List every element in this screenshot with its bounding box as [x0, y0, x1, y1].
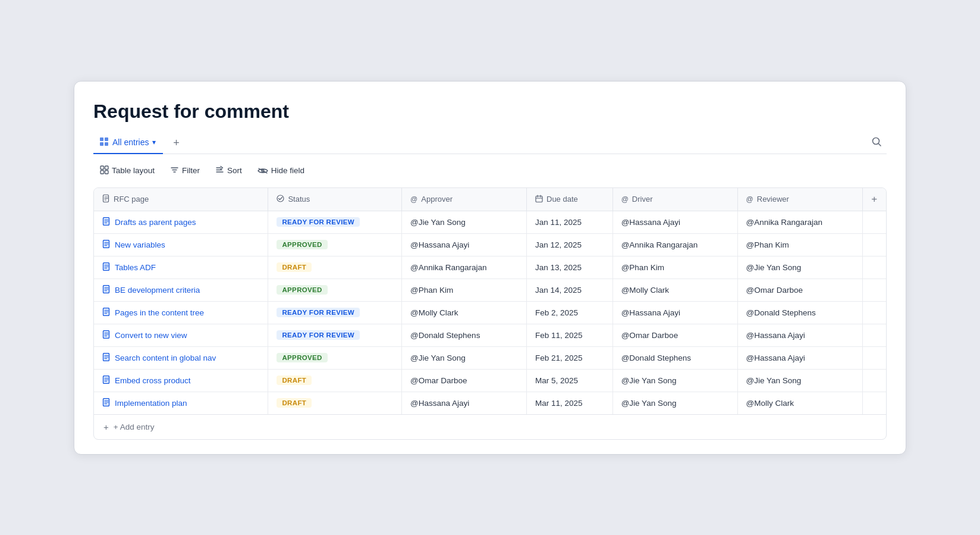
- rfc-page-link[interactable]: Embed cross product: [102, 376, 259, 386]
- cell-rfc-page: Implementation plan: [94, 392, 268, 414]
- filter-label: Filter: [182, 166, 200, 175]
- cell-driver: @Annika Rangarajan: [612, 233, 737, 256]
- search-button[interactable]: [866, 133, 887, 153]
- table-layout-label: Table layout: [112, 166, 155, 175]
- rfc-page-link[interactable]: New variables: [102, 240, 259, 250]
- cell-status: DRAFT: [268, 256, 402, 279]
- reviewer-mention: @Donald Stephens: [746, 308, 816, 317]
- calendar-icon: [535, 195, 543, 204]
- rfc-page-name: Drafts as parent pages: [115, 218, 196, 227]
- rfc-page-link[interactable]: Implementation plan: [102, 398, 259, 408]
- table-row: BE development criteria APPROVED@Phan Ki…: [94, 279, 886, 301]
- status-badge: APPROVED: [277, 285, 327, 295]
- due-date-value: Mar 5, 2025: [535, 376, 578, 385]
- cell-reviewer: @Donald Stephens: [737, 301, 862, 324]
- filter-button[interactable]: Filter: [164, 162, 206, 179]
- cell-due-date: Mar 5, 2025: [527, 369, 613, 392]
- cell-approver: @Phan Kim: [402, 279, 527, 301]
- svg-rect-0: [100, 137, 103, 141]
- rfc-doc-icon: [102, 330, 111, 340]
- cell-status: READY FOR REVIEW: [268, 301, 402, 324]
- rfc-page-name: Convert to new view: [115, 331, 187, 340]
- page-title: Request for comment: [93, 101, 887, 123]
- approver-mention: @Phan Kim: [410, 286, 453, 295]
- reviewer-mention: @Omar Darboe: [746, 286, 803, 295]
- rfc-page-name: Implementation plan: [115, 399, 187, 408]
- table-header-row: RFC page Status: [94, 188, 886, 211]
- cell-approver: @Jie Yan Song: [402, 211, 527, 233]
- svg-point-4: [873, 138, 880, 145]
- chevron-down-icon: ▾: [152, 138, 156, 146]
- table-row: New variables APPROVED@Hassana AjayiJan …: [94, 233, 886, 256]
- svg-line-5: [879, 144, 881, 146]
- cell-driver: @Omar Darboe: [612, 324, 737, 346]
- rfc-page-link[interactable]: Drafts as parent pages: [102, 217, 259, 227]
- sort-icon: [215, 165, 224, 176]
- cell-rfc-page: Drafts as parent pages: [94, 211, 268, 233]
- rfc-doc-icon: [102, 285, 111, 295]
- rfc-page-link[interactable]: BE development criteria: [102, 285, 259, 295]
- cell-extra: [862, 392, 886, 414]
- status-icon: [277, 195, 284, 204]
- data-table: RFC page Status: [93, 187, 887, 440]
- rfc-doc-icon: [102, 240, 111, 250]
- rfc-page-link[interactable]: Search content in global nav: [102, 353, 259, 363]
- cell-driver: @Hassana Ajayi: [612, 301, 737, 324]
- table-layout-button[interactable]: Table layout: [93, 162, 161, 179]
- add-entry-plus-icon: +: [103, 422, 109, 432]
- cell-reviewer: @Hassana Ajayi: [737, 324, 862, 346]
- rfc-page-name: Tables ADF: [115, 263, 156, 272]
- cell-status: DRAFT: [268, 392, 402, 414]
- cell-due-date: Jan 11, 2025: [527, 211, 613, 233]
- cell-driver: @Jie Yan Song: [612, 369, 737, 392]
- main-card: Request for comment All entries ▾ +: [74, 81, 906, 455]
- reviewer-mention: @Jie Yan Song: [746, 263, 802, 272]
- cell-extra: [862, 211, 886, 233]
- cell-approver: @Donald Stephens: [402, 324, 527, 346]
- rfc-page-link[interactable]: Tables ADF: [102, 262, 259, 273]
- svg-rect-9: [105, 170, 109, 174]
- sort-label: Sort: [227, 166, 242, 175]
- table-row: Drafts as parent pages READY FOR REVIEW@…: [94, 211, 886, 233]
- table-row: Convert to new view READY FOR REVIEW@Don…: [94, 324, 886, 346]
- cell-status: APPROVED: [268, 346, 402, 369]
- rfc-page-link[interactable]: Convert to new view: [102, 330, 259, 340]
- rfc-doc-icon: [102, 376, 111, 386]
- approver-mention: @Jie Yan Song: [410, 353, 466, 362]
- due-date-value: Jan 12, 2025: [535, 240, 582, 249]
- cell-extra: [862, 233, 886, 256]
- add-column-button[interactable]: +: [862, 188, 886, 211]
- tabs-row: All entries ▾ +: [93, 133, 887, 154]
- cell-approver: @Jie Yan Song: [402, 346, 527, 369]
- reviewer-mention: @Annika Rangarajan: [746, 218, 823, 227]
- svg-point-22: [277, 195, 284, 202]
- approver-mention: @Hassana Ajayi: [410, 399, 469, 408]
- rfc-page-link[interactable]: Pages in the content tree: [102, 308, 259, 318]
- reviewer-mention: @Hassana Ajayi: [746, 331, 805, 340]
- due-date-value: Jan 14, 2025: [535, 286, 582, 295]
- table-row: Tables ADF DRAFT@Annika RangarajanJan 13…: [94, 256, 886, 279]
- toolbar-row: Table layout Filter Sort: [93, 162, 887, 179]
- cell-approver: @Hassana Ajayi: [402, 233, 527, 256]
- driver-mention: @Hassana Ajayi: [621, 308, 680, 317]
- cell-approver: @Hassana Ajayi: [402, 392, 527, 414]
- add-entry-row[interactable]: + + Add entry: [94, 414, 886, 439]
- table-tab-icon: [99, 137, 109, 148]
- cell-status: READY FOR REVIEW: [268, 211, 402, 233]
- col-header-due-date: Due date: [527, 188, 613, 211]
- driver-mention: @Molly Clark: [621, 286, 669, 295]
- rfc-page-name: New variables: [115, 240, 165, 249]
- tab-all-entries[interactable]: All entries ▾: [93, 133, 163, 154]
- cell-driver: @Jie Yan Song: [612, 392, 737, 414]
- add-tab-button[interactable]: +: [168, 135, 184, 152]
- rfc-page-name: Pages in the content tree: [115, 308, 204, 317]
- reviewer-mention: @Molly Clark: [746, 399, 794, 408]
- cell-rfc-page: New variables: [94, 233, 268, 256]
- sort-button[interactable]: Sort: [209, 162, 249, 179]
- svg-rect-23: [536, 196, 542, 202]
- cell-status: READY FOR REVIEW: [268, 324, 402, 346]
- hide-field-button[interactable]: Hide field: [251, 162, 311, 179]
- approver-mention: @Omar Darboe: [410, 376, 467, 385]
- reviewer-mention: @Jie Yan Song: [746, 376, 802, 385]
- status-badge: DRAFT: [277, 376, 312, 385]
